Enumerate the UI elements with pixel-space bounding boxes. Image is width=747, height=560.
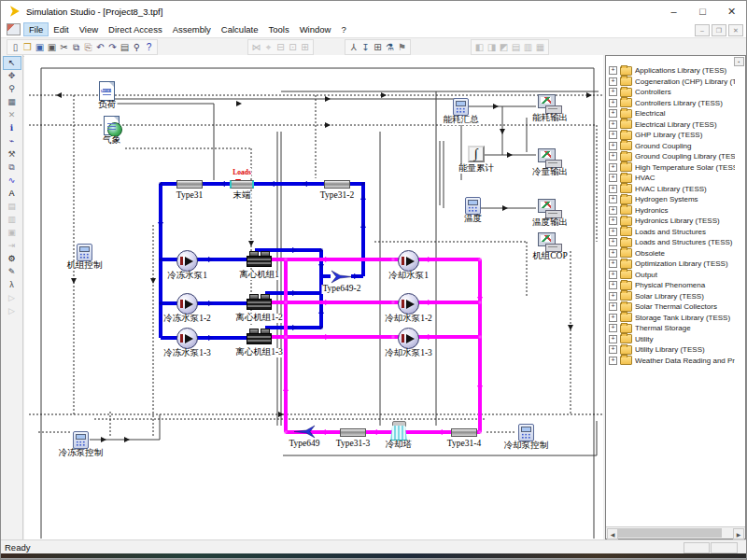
library-item[interactable]: +Storage Tank Library (TESS)	[609, 313, 735, 324]
expand-icon[interactable]: +	[609, 345, 617, 354]
component-冷量输出[interactable]: 冷量输出	[538, 148, 562, 167]
library-item[interactable]: +Electrical	[609, 108, 735, 119]
component-能量累计[interactable]: ∫能量累计	[468, 146, 485, 162]
link-tool-icon[interactable]: ∿	[4, 175, 21, 187]
library-item[interactable]: +Controllers Library (TESS)	[609, 98, 735, 109]
library-item[interactable]: +Hydrogen Systems	[609, 194, 735, 205]
expand-icon[interactable]: +	[609, 206, 617, 215]
expand-icon[interactable]: +	[609, 249, 617, 258]
expand-icon[interactable]: +	[609, 324, 617, 332]
library-horizontal-scrollbar[interactable]: ◀ ▶	[606, 526, 745, 539]
expand-icon[interactable]: +	[609, 314, 617, 322]
library-item[interactable]: +Electrical Library (TESS)	[609, 119, 735, 131]
component-Type649-2[interactable]: Type649-2	[331, 270, 353, 287]
print-icon[interactable]: ▤	[119, 41, 131, 53]
expand-icon[interactable]: +	[609, 152, 617, 161]
library-item[interactable]: +Solar Thermal Collectors	[609, 301, 735, 313]
library-item[interactable]: +Weather Data Reading and Process	[609, 356, 735, 367]
component-冷冻水泵1[interactable]: 冷冻水泵1	[176, 250, 198, 272]
direct-access-sign-icon[interactable]: ⚑	[396, 41, 408, 53]
window-cascade-tool-icon[interactable]: ▥	[4, 214, 21, 226]
document-icon[interactable]	[7, 23, 21, 35]
project-canvas[interactable]: USER负荷气象Type31Loads末端Type31-2能耗汇总能耗输出∫能量…	[24, 55, 603, 539]
component-Type31-4[interactable]: Type31-4	[451, 428, 477, 437]
expand-icon[interactable]: +	[609, 302, 617, 311]
image-tool-icon[interactable]: ▦	[4, 96, 21, 108]
component-冷冻泵控制[interactable]: 冷冻泵控制	[73, 431, 89, 449]
mdi-restore-button[interactable]: ❐	[712, 24, 726, 36]
run-tool-icon[interactable]: λ	[4, 279, 21, 291]
library-item[interactable]: +Cogeneration (CHP) Library (TESS)	[609, 77, 735, 88]
expand-icon[interactable]: +	[609, 271, 617, 279]
expand-icon[interactable]: +	[609, 228, 617, 236]
zoom-tool-icon[interactable]: ⚲	[4, 83, 21, 95]
copy-icon[interactable]: ⧉	[70, 41, 82, 53]
component-温度输出[interactable]: 温度输出	[538, 199, 562, 217]
component-冷冻水泵1-3[interactable]: 冷冻水泵1-3	[176, 328, 198, 349]
expand-icon[interactable]: +	[609, 281, 617, 289]
grid-table-icon[interactable]: ⊞	[372, 41, 384, 53]
play-back-tool-icon[interactable]: ▷	[4, 305, 21, 317]
menu-tools[interactable]: Tools	[263, 23, 293, 35]
library-item[interactable]: +Hydronics Library (TESS)	[609, 216, 735, 227]
menu-file[interactable]: File	[24, 23, 48, 35]
expand-icon[interactable]: +	[609, 238, 617, 246]
close-button[interactable]: ✕	[717, 1, 746, 21]
maximize-button[interactable]: □	[688, 1, 717, 21]
parameter-flask-icon[interactable]: ⚗	[384, 41, 396, 53]
expand-icon[interactable]: +	[609, 217, 617, 225]
menu-help[interactable]: ?	[336, 23, 350, 35]
duplicate-tool-icon[interactable]: ⧉	[4, 161, 21, 174]
redo-icon[interactable]: ↷	[106, 41, 119, 53]
expand-icon[interactable]: +	[609, 195, 617, 203]
paste-icon[interactable]: ⎘	[82, 41, 94, 53]
library-item[interactable]: +High Temperature Solar (TESS)	[609, 162, 735, 174]
expand-icon[interactable]: +	[609, 185, 617, 193]
component-Type31[interactable]: Type31	[176, 180, 203, 189]
expand-icon[interactable]: +	[609, 142, 617, 150]
connections-tool-icon[interactable]: ⌁	[4, 135, 21, 147]
library-item[interactable]: +Output	[609, 270, 735, 281]
menu-assembly[interactable]: Assembly	[168, 23, 216, 35]
help-icon[interactable]: ?	[143, 41, 155, 53]
component-离心机组1-2[interactable]: 离心机组1-2	[247, 294, 272, 310]
new-icon[interactable]: ▯	[9, 41, 21, 53]
print-view-tool-icon[interactable]: ▣	[4, 227, 21, 239]
library-item[interactable]: +HVAC Library (TESS)	[609, 184, 735, 195]
expand-icon[interactable]: +	[609, 292, 617, 301]
scrollbar-thumb[interactable]	[617, 528, 722, 538]
menu-window[interactable]: Window	[295, 23, 336, 35]
window-split-tool-icon[interactable]: ▤	[4, 201, 21, 213]
scroll-up-icon[interactable]: ▪	[734, 57, 744, 66]
library-item[interactable]: +GHP Library (TESS)	[609, 130, 735, 141]
expand-icon[interactable]: +	[609, 88, 617, 96]
expand-icon[interactable]: +	[609, 259, 617, 268]
minimize-button[interactable]: –	[659, 1, 688, 21]
save-icon[interactable]: ▣	[34, 41, 46, 53]
expand-icon[interactable]: +	[609, 335, 617, 343]
save-project-icon[interactable]: ▣	[46, 41, 58, 53]
library-item[interactable]: +Ground Coupling	[609, 141, 735, 152]
library-item[interactable]: +Controllers	[609, 87, 735, 98]
library-item[interactable]: +Utility Library (TESS)	[609, 344, 735, 356]
component-冷却水泵1-3[interactable]: 冷却水泵1-3	[398, 328, 419, 349]
menu-edit[interactable]: Edit	[49, 23, 73, 35]
pan-tool-icon[interactable]: ✥	[4, 70, 21, 82]
component-离心机组1-3[interactable]: 离心机组1-3	[247, 329, 272, 344]
expand-icon[interactable]: +	[609, 77, 617, 86]
component-冷却泵控制[interactable]: 冷却泵控制	[518, 424, 534, 441]
drop-input-icon[interactable]: ↧	[359, 41, 372, 53]
print-preview-icon[interactable]: ⚲	[131, 41, 143, 53]
component-Type649[interactable]: Type649	[293, 425, 316, 442]
mdi-minimize-button[interactable]: –	[695, 24, 710, 36]
undo-icon[interactable]: ↶	[94, 41, 106, 53]
export-tool-icon[interactable]: ⇥	[4, 240, 21, 252]
menu-direct-access[interactable]: Direct Access	[104, 23, 167, 35]
expand-icon[interactable]: +	[609, 163, 617, 172]
menu-calculate[interactable]: Calculate	[217, 23, 263, 35]
library-item[interactable]: +Ground Coupling Library (TESS)	[609, 151, 735, 162]
library-item[interactable]: +Physical Phenomena	[609, 280, 735, 291]
text-tool-icon[interactable]: A	[4, 188, 21, 200]
expand-icon[interactable]: +	[609, 174, 617, 182]
open-icon[interactable]: ❒	[21, 41, 34, 53]
